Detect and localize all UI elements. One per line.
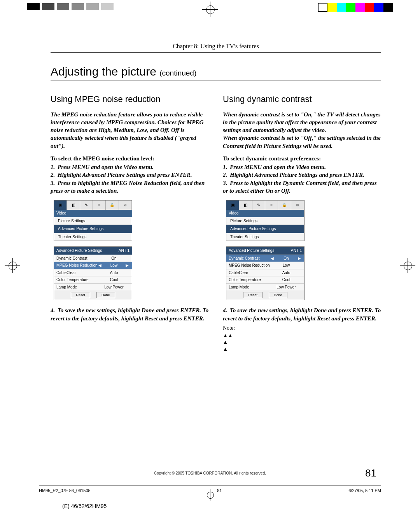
step-text: to highlight the Dynamic Contrast field,… bbox=[223, 180, 377, 194]
page-content: Chapter 8: Using the TV's features Adjus… bbox=[51, 39, 381, 352]
menu-tab-icon: ⎚ bbox=[291, 200, 304, 210]
step-text: Press bbox=[58, 180, 72, 186]
intro-text: The MPEG noise reduction feature allows … bbox=[51, 111, 209, 150]
chapter-label: Chapter 8: Using the TV's features bbox=[51, 43, 381, 50]
advanced-settings-screenshot: Advanced Picture Settings ANT 1 Dynamic … bbox=[54, 246, 132, 300]
menu-tab-icon: 🔒 bbox=[278, 200, 291, 210]
step-text: To save the new settings, highlight Done… bbox=[51, 307, 208, 321]
steps: 4.To save the new settings, highlight Do… bbox=[51, 306, 209, 322]
reset-button: Reset bbox=[243, 292, 262, 298]
note-bullet: ▲ bbox=[223, 346, 381, 353]
footer-timestamp: 6/27/05, 5:11 PM bbox=[348, 488, 381, 493]
section-heading: Using dynamic contrast bbox=[223, 93, 381, 105]
note-bullet: ▲▲ bbox=[223, 332, 381, 339]
section-heading: Using MPEG noise reduction bbox=[51, 93, 209, 105]
step-text: Highlight Advanced Picture Settings and … bbox=[58, 172, 192, 178]
footer-rule bbox=[39, 485, 381, 485]
antenna-label: ANT 1 bbox=[119, 248, 130, 253]
copyright-text: Copyright © 2005 TOSHIBA CORPORATION. Al… bbox=[0, 471, 420, 475]
crosshair-right bbox=[400, 258, 415, 273]
step-text: To save the new settings, highlight Done… bbox=[223, 307, 381, 321]
steps: 1.Press MENU and open the Video menu. 2.… bbox=[51, 163, 209, 195]
steps: 1.Press MENU and open the Video menu. 2.… bbox=[223, 163, 381, 195]
menu-tab-icon: 🔒 bbox=[106, 200, 119, 210]
steps: 4.To save the new settings, highlight Do… bbox=[223, 306, 381, 322]
crosshair-left bbox=[5, 258, 20, 273]
step-text: Press bbox=[230, 180, 244, 186]
step-text: Press MENU and open the Video menu. bbox=[230, 164, 326, 170]
advanced-settings-screenshot: Advanced Picture Settings ANT 1 Dynamic … bbox=[226, 246, 304, 300]
footer-file: HM95_R2_079-86_061505 bbox=[39, 488, 91, 493]
menu-section-label: Video bbox=[226, 210, 304, 217]
title-main: Adjusting the picture bbox=[51, 65, 156, 78]
page-title: Adjusting the picture (continued) bbox=[51, 65, 381, 78]
right-column: Using dynamic contrast When dynamic cont… bbox=[223, 93, 381, 352]
menu-tab-icon: ◧ bbox=[67, 200, 80, 210]
crosshair-top bbox=[202, 2, 218, 17]
menu-tab-icon: ▣ bbox=[226, 200, 239, 210]
step-text: to highlight the MPEG Noise Reduction fi… bbox=[51, 180, 205, 194]
panel-title: Advanced Picture Settings bbox=[56, 248, 102, 253]
page-number: 81 bbox=[365, 467, 376, 479]
color-bars bbox=[318, 3, 393, 12]
menu-tab-icon: ▣ bbox=[54, 200, 67, 210]
menu-item: Picture Settings bbox=[226, 217, 304, 225]
menu-tab-icon: ✎ bbox=[252, 200, 265, 210]
model-code: (E) 46/52/62HM95 bbox=[62, 503, 107, 509]
menu-item-selected: Advanced Picture Settings bbox=[226, 225, 304, 233]
panel-title: Advanced Picture Settings bbox=[229, 248, 274, 253]
video-menu-screenshot: ▣ ◧ ✎ ≡ 🔒 ⎚ Video Picture Settings Advan… bbox=[226, 200, 304, 241]
menu-tab-icon: ◧ bbox=[239, 200, 252, 210]
note-bullet: ▲ bbox=[223, 339, 381, 346]
footer-page: 81 bbox=[217, 488, 222, 493]
done-button: Done bbox=[96, 292, 115, 298]
grayscale-bars bbox=[27, 3, 116, 10]
procedure-lead: To select the MPEG noise reduction level… bbox=[51, 155, 209, 162]
video-menu-screenshot: ▣ ◧ ✎ ≡ 🔒 ⎚ Video Picture Settings Advan… bbox=[54, 200, 132, 241]
crosshair-bottom bbox=[204, 489, 216, 501]
step-text: Highlight Advanced Picture Settings and … bbox=[230, 172, 364, 178]
menu-section-label: Video bbox=[54, 210, 132, 217]
intro-text: When dynamic contrast is set to "On," th… bbox=[223, 111, 381, 150]
menu-tab-icon: ≡ bbox=[265, 200, 278, 210]
note-label: Note: bbox=[223, 325, 381, 332]
procedure-lead: To select dynamic contrast preferences: bbox=[223, 155, 381, 162]
divider bbox=[51, 81, 381, 81]
menu-item: Theater Settings bbox=[54, 233, 132, 241]
antenna-label: ANT 1 bbox=[291, 248, 302, 253]
menu-item: Picture Settings bbox=[54, 217, 132, 225]
menu-tab-icon: ⎚ bbox=[119, 200, 132, 210]
menu-item-selected: Advanced Picture Settings bbox=[54, 225, 132, 233]
menu-item: Theater Settings bbox=[226, 233, 304, 241]
done-button: Done bbox=[269, 292, 287, 298]
menu-tab-icon: ≡ bbox=[93, 200, 106, 210]
step-text: Press MENU and open the Video menu. bbox=[58, 164, 154, 170]
menu-tab-icon: ✎ bbox=[80, 200, 93, 210]
divider bbox=[51, 52, 381, 53]
reset-button: Reset bbox=[71, 292, 90, 298]
left-column: Using MPEG noise reduction The MPEG nois… bbox=[51, 93, 209, 352]
title-continued: (continued) bbox=[159, 69, 196, 77]
